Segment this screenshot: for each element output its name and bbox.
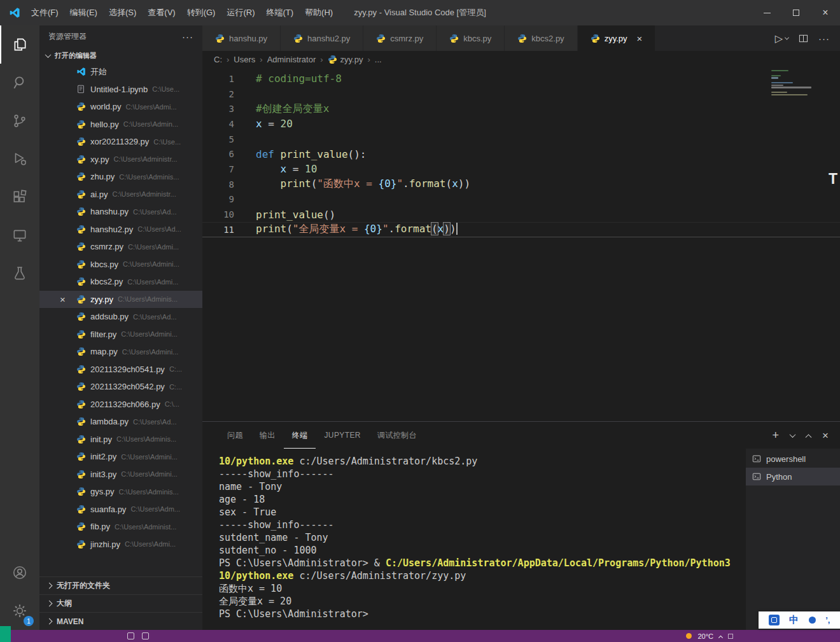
- open-editor-item[interactable]: kbcs2.pyC:\Users\Admi...: [39, 273, 202, 291]
- panel-tab[interactable]: 调试控制台: [369, 422, 425, 449]
- open-editor-item[interactable]: zhu.pyC:\Users\Adminis...: [39, 168, 202, 186]
- code-line[interactable]: 3#创建全局变量x: [202, 101, 840, 116]
- open-editor-item[interactable]: fib.pyC:\Users\Administ...: [39, 518, 202, 536]
- breadcrumb-item[interactable]: Users: [234, 55, 255, 64]
- close-panel-icon[interactable]: ×: [822, 430, 829, 441]
- open-editors-header[interactable]: 打开的编辑器: [39, 48, 202, 63]
- more-actions-icon[interactable]: ···: [182, 31, 193, 42]
- menubar-item[interactable]: 终端(T): [260, 0, 299, 25]
- breadcrumb-item[interactable]: Administrator: [267, 55, 316, 64]
- tray-chevron-icon[interactable]: [718, 636, 723, 640]
- menubar-item[interactable]: 文件(F): [25, 0, 64, 25]
- ime-logo-icon[interactable]: [769, 615, 780, 625]
- taskbar-app-icon[interactable]: [142, 632, 149, 639]
- terminal-instance[interactable]: powershell: [746, 450, 840, 468]
- open-editor-item[interactable]: xy.pyC:\Users\Administr...: [39, 151, 202, 169]
- menubar-item[interactable]: 帮助(H): [299, 0, 339, 25]
- code-line[interactable]: 11print("全局变量x = {0}".format(x)): [202, 222, 840, 237]
- code-line[interactable]: 10print_value(): [202, 207, 840, 222]
- run-python-file-button[interactable]: ▷: [775, 32, 788, 45]
- breadcrumb-item[interactable]: ...: [375, 55, 382, 64]
- split-editor-icon[interactable]: [799, 34, 808, 43]
- tray-icon[interactable]: [728, 634, 733, 639]
- open-editor-item[interactable]: map.pyC:\Users\Admini...: [39, 343, 202, 361]
- remote-status-indicator[interactable]: [0, 626, 11, 642]
- maximize-panel-icon[interactable]: [806, 434, 812, 440]
- open-editor-item[interactable]: addsub.pyC:\Users\Ad...: [39, 308, 202, 326]
- terminal-output[interactable]: 10/python.exe c:/Users/Administrator/kbc…: [202, 449, 746, 630]
- source-control-icon[interactable]: [0, 102, 39, 140]
- open-editor-item[interactable]: 20211329ch0542.pyC:...: [39, 378, 202, 396]
- close-icon[interactable]: ×: [60, 295, 76, 304]
- editor-tab[interactable]: csmrz.py: [363, 25, 437, 51]
- close-icon[interactable]: ×: [637, 34, 643, 43]
- breadcrumb-item[interactable]: zyy.py: [328, 55, 363, 64]
- ime-fullwidth-icon[interactable]: [809, 617, 816, 624]
- menubar-item[interactable]: 选择(S): [103, 0, 142, 25]
- menubar-item[interactable]: 运行(R): [221, 0, 260, 25]
- minimize-button[interactable]: [752, 0, 781, 25]
- minimap[interactable]: [771, 70, 827, 95]
- extensions-icon[interactable]: [0, 178, 39, 216]
- code-editor[interactable]: 1# coding=utf-823#创建全局变量x4x = 2056def pr…: [202, 67, 840, 421]
- panel-tab[interactable]: JUPYTER: [316, 422, 368, 449]
- testing-flask-icon[interactable]: [0, 255, 39, 293]
- editor-tab[interactable]: hanshu2.py: [281, 25, 363, 51]
- sidebar-section-header[interactable]: 无打开的文件夹: [39, 576, 202, 594]
- open-editor-item[interactable]: init2.pyC:\Users\Admini...: [39, 448, 202, 466]
- open-editor-item[interactable]: hello.pyC:\Users\Admin...: [39, 116, 202, 134]
- ime-punctuation-mode[interactable]: ’,: [825, 615, 830, 625]
- open-editor-item[interactable]: 20211329ch066.pyC:\...: [39, 396, 202, 414]
- open-editor-item[interactable]: suanfa.pyC:\Users\Adm...: [39, 501, 202, 519]
- open-editor-item[interactable]: xor20211329.pyC:\Use...: [39, 133, 202, 151]
- search-icon[interactable]: [0, 64, 39, 102]
- maximize-button[interactable]: [781, 0, 811, 25]
- code-line[interactable]: 8 print("函数中x = {0}".format(x)): [202, 177, 840, 192]
- explorer-icon[interactable]: [0, 25, 39, 64]
- open-editor-item[interactable]: filter.pyC:\Users\Admini...: [39, 326, 202, 344]
- open-editor-item[interactable]: lambda.pyC:\Users\Ad...: [39, 413, 202, 431]
- panel-tab[interactable]: 输出: [251, 422, 284, 449]
- code-line[interactable]: 1# coding=utf-8: [202, 71, 840, 87]
- open-editor-item[interactable]: init.pyC:\Users\Adminis...: [39, 431, 202, 449]
- open-editor-item[interactable]: 开始: [39, 63, 202, 81]
- open-editor-item[interactable]: init3.pyC:\Users\Admini...: [39, 466, 202, 484]
- open-editor-item[interactable]: gys.pyC:\Users\Adminis...: [39, 483, 202, 501]
- editor-tab[interactable]: kbcs2.py: [505, 25, 577, 51]
- open-editor-item[interactable]: ×zyy.pyC:\Users\Adminis...: [39, 291, 202, 309]
- ime-language-mode[interactable]: 中: [789, 614, 799, 626]
- terminal-dropdown-icon[interactable]: [790, 431, 796, 438]
- accounts-icon[interactable]: [0, 554, 39, 592]
- open-editor-item[interactable]: Untitled-1.ipynbC:\Use...: [39, 81, 202, 99]
- code-line[interactable]: 2: [202, 87, 840, 102]
- run-debug-icon[interactable]: [0, 140, 39, 178]
- menubar-item[interactable]: 转到(G): [181, 0, 221, 25]
- close-button[interactable]: ×: [811, 0, 840, 25]
- editor-tab[interactable]: hanshu.py: [202, 25, 281, 51]
- sidebar-section-header[interactable]: MAVEN: [39, 612, 202, 630]
- more-actions-icon[interactable]: ···: [818, 33, 830, 44]
- menubar-item[interactable]: 查看(V): [142, 0, 181, 25]
- open-editor-item[interactable]: jinzhi.pyC:\Users\Admi...: [39, 536, 202, 554]
- code-line[interactable]: 5: [202, 132, 840, 147]
- open-editor-item[interactable]: ai.pyC:\Users\Administr...: [39, 186, 202, 204]
- code-line[interactable]: 4x = 20: [202, 116, 840, 132]
- weather-temp[interactable]: 20°C: [697, 632, 713, 640]
- menubar-item[interactable]: 编辑(E): [64, 0, 103, 25]
- open-editor-item[interactable]: hanshu.pyC:\Users\Ad...: [39, 203, 202, 221]
- breadcrumb-item[interactable]: C:: [214, 55, 222, 64]
- open-editor-item[interactable]: kbcs.pyC:\Users\Admini...: [39, 256, 202, 274]
- terminal-instance[interactable]: Python: [746, 468, 840, 485]
- code-line[interactable]: 7 x = 10: [202, 162, 840, 177]
- panel-tab[interactable]: 问题: [219, 422, 251, 449]
- open-editor-item[interactable]: hanshu2.pyC:\Users\Ad...: [39, 221, 202, 239]
- new-terminal-icon[interactable]: +: [773, 429, 780, 441]
- open-editor-item[interactable]: csmrz.pyC:\Users\Admi...: [39, 238, 202, 256]
- open-editor-item[interactable]: 20211329ch0541.pyC:...: [39, 361, 202, 379]
- open-editor-item[interactable]: world.pyC:\Users\Admi...: [39, 98, 202, 116]
- sidebar-section-header[interactable]: 大纲: [39, 594, 202, 612]
- code-line[interactable]: 6def print_value():: [202, 146, 840, 162]
- panel-tab[interactable]: 终端: [284, 422, 316, 449]
- editor-tab[interactable]: kbcs.py: [437, 25, 505, 51]
- editor-tab[interactable]: zyy.py×: [578, 25, 656, 51]
